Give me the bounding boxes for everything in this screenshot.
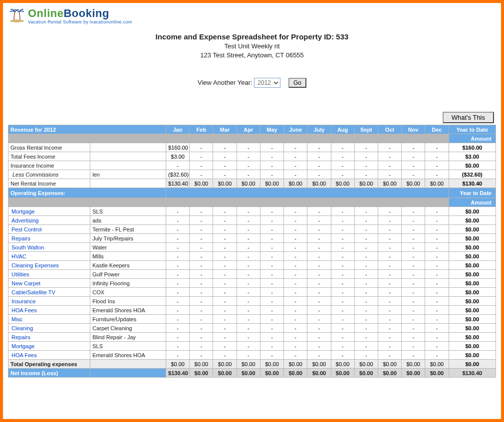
row-desc: Emerald Shores HOA	[90, 351, 166, 360]
row-label[interactable]: Cleaning	[8, 324, 90, 333]
cell: -	[213, 261, 237, 270]
month-header: Apr	[237, 125, 260, 134]
cell: -	[284, 270, 307, 279]
cell: -	[190, 161, 213, 170]
cell: -	[331, 243, 354, 252]
cell: -	[213, 143, 237, 152]
row-label[interactable]: HOA Fees	[8, 351, 90, 360]
cell: -	[190, 333, 213, 342]
ytd-cell: $0.00	[449, 360, 496, 369]
cell: -	[260, 161, 283, 170]
row-desc: Gulf Power	[90, 270, 166, 279]
row-desc: July Trip/Repairs	[90, 234, 166, 243]
cell: -	[307, 279, 331, 288]
cell: -	[213, 315, 237, 324]
row-label[interactable]: HOA Fees	[8, 306, 90, 315]
row-label[interactable]: Advertising	[8, 216, 90, 225]
cell: -	[237, 279, 260, 288]
cell: -	[425, 351, 449, 360]
row-desc	[90, 179, 166, 188]
amount-subheader: Amount	[8, 134, 496, 143]
cell: -	[284, 207, 307, 216]
row-label[interactable]: Repairs	[8, 333, 90, 342]
cell: -	[213, 270, 237, 279]
row-label[interactable]: Mortgage	[8, 207, 90, 216]
cell: -	[284, 252, 307, 261]
cell: -	[237, 216, 260, 225]
row-label[interactable]: Repairs	[8, 234, 90, 243]
expenses-header-row: Operating Expenses: Year to Date	[8, 188, 496, 198]
row-label[interactable]: Pest Control	[8, 225, 90, 234]
row-label[interactable]: Cable/Satellite TV	[8, 288, 90, 297]
cell: -	[213, 297, 237, 306]
row-label: Total Operating expenses	[8, 360, 90, 369]
month-header: Jan	[166, 125, 190, 134]
month-header: Nov	[402, 125, 425, 134]
month-header: Mar	[213, 125, 237, 134]
cell: -	[354, 170, 378, 179]
cell: -	[378, 279, 401, 288]
cell: -	[331, 161, 354, 170]
cell: -	[213, 216, 237, 225]
row-label[interactable]: Mortgage	[8, 342, 90, 351]
cell: $130.40	[166, 369, 190, 378]
ytd-cell: $0.00	[449, 342, 496, 351]
cell: -	[190, 342, 213, 351]
cell: -	[425, 152, 449, 161]
cell: -	[260, 243, 283, 252]
cell: -	[354, 279, 378, 288]
palm-icon	[9, 8, 26, 23]
row-desc: Carpet Cleaning	[90, 324, 166, 333]
cell: -	[307, 225, 331, 234]
cell: -	[331, 270, 354, 279]
row-label[interactable]: Utilities	[8, 270, 90, 279]
cell: -	[354, 225, 378, 234]
cell: -	[260, 297, 283, 306]
cell: -	[425, 261, 449, 270]
cell: -	[354, 270, 378, 279]
row-label[interactable]: Insurance	[8, 297, 90, 306]
cell: -	[378, 161, 401, 170]
ytd-cell: $0.00	[449, 333, 496, 342]
cell: $0.00	[190, 179, 213, 188]
table-row: South WaltonWater------------$0.00	[8, 243, 496, 252]
month-header: June	[284, 125, 307, 134]
cell: -	[237, 351, 260, 360]
cell: -	[354, 315, 378, 324]
cell: -	[237, 170, 260, 179]
row-desc: len	[90, 170, 166, 179]
cell: -	[331, 333, 354, 342]
row-label[interactable]: HVAC	[8, 252, 90, 261]
revenue-header-row: Revenue for 2012 Jan Feb Mar Apr May Jun…	[8, 125, 496, 134]
cell: -	[402, 270, 425, 279]
cell: $0.00	[307, 179, 331, 188]
row-label[interactable]: New Carpet	[8, 279, 90, 288]
cell: $0.00	[425, 179, 449, 188]
year-select[interactable]: 2012	[254, 78, 280, 88]
go-button[interactable]: Go	[288, 78, 306, 88]
cell: -	[284, 288, 307, 297]
cell: $0.00	[307, 360, 331, 369]
cell: -	[213, 225, 237, 234]
row-label[interactable]: Cleaning Expenses	[8, 261, 90, 270]
row-desc: ads	[90, 216, 166, 225]
cell: -	[260, 270, 283, 279]
cell: -	[307, 152, 331, 161]
table-row: Advertisingads------------$0.00	[8, 216, 496, 225]
cell: -	[166, 351, 190, 360]
row-label[interactable]: Misc	[8, 315, 90, 324]
cell: ($32.60)	[166, 170, 190, 179]
cell: -	[190, 288, 213, 297]
whats-this-button[interactable]: What's This	[443, 112, 494, 123]
cell: -	[331, 315, 354, 324]
table-row: Total Operating expenses$0.00$0.00$0.00$…	[8, 360, 496, 369]
cell: -	[307, 170, 331, 179]
cell: -	[260, 216, 283, 225]
row-desc	[90, 143, 166, 152]
row-label[interactable]: South Walton	[8, 243, 90, 252]
cell: -	[237, 270, 260, 279]
row-label: Net Income (Loss)	[8, 369, 90, 378]
cell: -	[402, 252, 425, 261]
cell: -	[213, 288, 237, 297]
cell: -	[331, 288, 354, 297]
